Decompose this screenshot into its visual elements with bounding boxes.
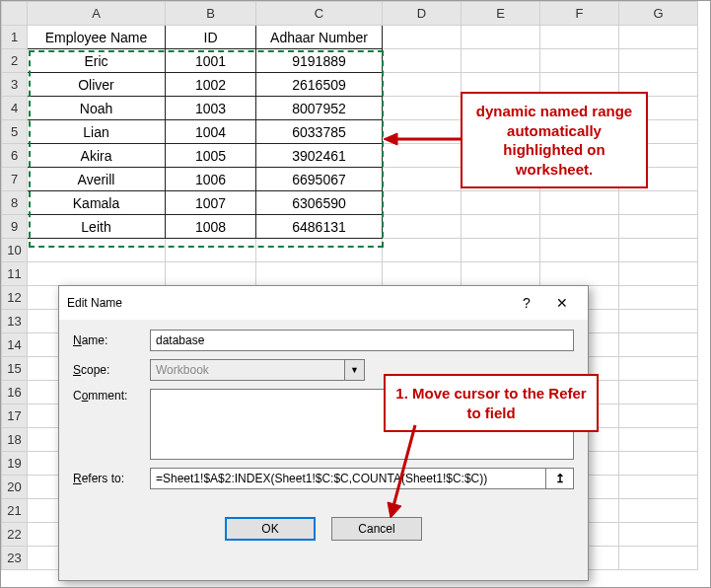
cell-C4[interactable]: 8007952 — [256, 97, 383, 120]
row-header-23[interactable]: 23 — [2, 547, 28, 570]
row-header-2[interactable]: 2 — [2, 49, 28, 73]
chevron-down-icon: ▼ — [345, 359, 365, 381]
col-header-A[interactable]: A — [28, 2, 166, 26]
row-header-18[interactable]: 18 — [2, 428, 28, 452]
edit-name-dialog: Edit Name ? ✕ Name: Scope: ▼ Comment: Re… — [58, 285, 589, 581]
cell-B3[interactable]: 1002 — [166, 73, 256, 97]
row-header-11[interactable]: 11 — [2, 262, 28, 286]
cell-A6[interactable]: Akira — [28, 144, 166, 168]
cell-B2[interactable]: 1001 — [166, 49, 256, 73]
cell-B4[interactable]: 1003 — [166, 97, 256, 120]
ok-button[interactable]: OK — [225, 517, 316, 541]
row-header-6[interactable]: 6 — [2, 144, 28, 168]
row-header-16[interactable]: 16 — [2, 381, 28, 404]
cell-A7[interactable]: Averill — [28, 168, 166, 191]
row-header-19[interactable]: 19 — [2, 452, 28, 476]
col-header-E[interactable]: E — [462, 2, 540, 26]
close-button[interactable]: ✕ — [544, 292, 580, 314]
row-header-9[interactable]: 9 — [2, 215, 28, 239]
callout-dynamic-range: dynamic named range automatically highli… — [461, 92, 648, 188]
cell-B8[interactable]: 1007 — [166, 191, 256, 215]
row-header-8[interactable]: 8 — [2, 191, 28, 215]
callout-move-cursor: 1. Move cursor to the Refer to field — [384, 374, 599, 432]
cell-A2[interactable]: Eric — [28, 49, 166, 73]
col-header-B[interactable]: B — [166, 2, 256, 26]
cell-C3[interactable]: 2616509 — [256, 73, 383, 97]
row-header-5[interactable]: 5 — [2, 120, 28, 144]
row-header-10[interactable]: 10 — [2, 239, 28, 262]
cell-A4[interactable]: Noah — [28, 97, 166, 120]
row-header-4[interactable]: 4 — [2, 97, 28, 120]
col-header-C[interactable]: C — [256, 2, 383, 26]
cell-B5[interactable]: 1004 — [166, 120, 256, 144]
cell-B7[interactable]: 1006 — [166, 168, 256, 191]
cell-A3[interactable]: Oliver — [28, 73, 166, 97]
cell-G1[interactable] — [619, 26, 698, 49]
dialog-titlebar[interactable]: Edit Name ? ✕ — [59, 286, 588, 320]
cell-A9[interactable]: Leith — [28, 215, 166, 239]
row-header-14[interactable]: 14 — [2, 333, 28, 357]
select-all-corner[interactable] — [2, 2, 28, 26]
refers-to-label: Refers to: — [73, 472, 150, 485]
col-header-D[interactable]: D — [383, 2, 462, 26]
row-header-13[interactable]: 13 — [2, 310, 28, 333]
row-header-15[interactable]: 15 — [2, 357, 28, 381]
cell-F1[interactable] — [540, 26, 619, 49]
cancel-button[interactable]: Cancel — [331, 517, 422, 541]
col-header-F[interactable]: F — [540, 2, 619, 26]
cell-A5[interactable]: Lian — [28, 120, 166, 144]
collapse-dialog-icon[interactable]: ↥ — [546, 468, 574, 489]
row-header-3[interactable]: 3 — [2, 73, 28, 97]
help-button[interactable]: ? — [509, 292, 544, 314]
cell-C1[interactable]: Adhaar Number — [256, 26, 383, 49]
cell-C9[interactable]: 6486131 — [256, 215, 383, 239]
cell-A1[interactable]: Employee Name — [28, 26, 166, 49]
row-header-17[interactable]: 17 — [2, 404, 28, 428]
cell-E1[interactable] — [462, 26, 540, 49]
row-header-1[interactable]: 1 — [2, 26, 28, 49]
cell-B6[interactable]: 1005 — [166, 144, 256, 168]
row-header-20[interactable]: 20 — [2, 476, 28, 499]
name-input[interactable] — [150, 330, 574, 351]
scope-label: Scope: — [73, 363, 150, 377]
cell-A8[interactable]: Kamala — [28, 191, 166, 215]
row-header-21[interactable]: 21 — [2, 499, 28, 523]
row-header-12[interactable]: 12 — [2, 286, 28, 310]
cell-C2[interactable]: 9191889 — [256, 49, 383, 73]
row-header-22[interactable]: 22 — [2, 523, 28, 547]
cell-C8[interactable]: 6306590 — [256, 191, 383, 215]
cell-C7[interactable]: 6695067 — [256, 168, 383, 191]
name-label: Name: — [73, 333, 150, 347]
comment-label: Comment: — [73, 389, 150, 403]
cell-D1[interactable] — [383, 26, 462, 49]
col-header-G[interactable]: G — [619, 2, 698, 26]
cell-C6[interactable]: 3902461 — [256, 144, 383, 168]
cell-B1[interactable]: ID — [166, 26, 256, 49]
cell-B9[interactable]: 1008 — [166, 215, 256, 239]
refers-to-input[interactable] — [150, 468, 546, 489]
cell-C5[interactable]: 6033785 — [256, 120, 383, 144]
row-header-7[interactable]: 7 — [2, 168, 28, 191]
scope-select — [150, 359, 345, 381]
dialog-title: Edit Name — [67, 296, 509, 310]
